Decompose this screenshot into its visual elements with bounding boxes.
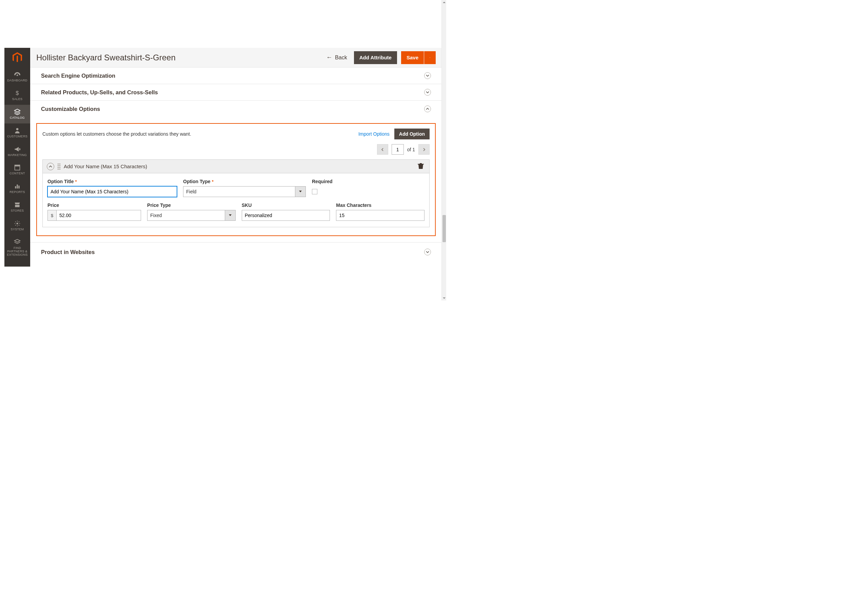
sku-label: SKU	[242, 203, 330, 208]
svg-text:$: $	[15, 90, 19, 96]
body-area: Search Engine Optimization Related Produ…	[30, 67, 442, 261]
option-type-select[interactable]: Field	[183, 186, 306, 197]
section-seo[interactable]: Search Engine Optimization	[30, 67, 442, 84]
sidebar-label: MARKETING	[8, 154, 27, 157]
section-websites[interactable]: Product in Websites	[30, 242, 442, 261]
svg-point-1	[16, 128, 19, 130]
section-customizable[interactable]: Customizable Options	[30, 101, 442, 117]
svg-rect-5	[17, 185, 18, 189]
scroll-thumb[interactable]	[443, 215, 446, 242]
section-title: Customizable Options	[41, 106, 424, 112]
max-chars-input[interactable]	[336, 210, 425, 221]
option-collapse-toggle[interactable]	[47, 163, 54, 170]
custom-option-body: Option Title* Option Type* Fiel	[43, 173, 429, 227]
pager-prev-button[interactable]	[377, 144, 388, 155]
sidebar-item-marketing[interactable]: MARKETING	[5, 142, 30, 161]
expand-icon	[424, 89, 431, 96]
sidebar-label: DASHBOARD	[7, 79, 27, 82]
custom-options-toolbar: Custom options let customers choose the …	[43, 128, 429, 139]
price-type-select[interactable]: Fixed	[147, 210, 236, 221]
expand-icon	[424, 249, 431, 255]
option-title-field: Option Title*	[47, 179, 177, 197]
svg-point-7	[17, 223, 18, 224]
required-star: *	[75, 179, 77, 184]
page-header: Hollister Backyard Sweatshirt-S-Green ← …	[30, 48, 442, 67]
sidebar-item-content[interactable]: CONTENT	[5, 160, 30, 179]
options-pager: of 1	[43, 144, 429, 155]
custom-option-header: Add Your Name (Max 15 Characters)	[43, 160, 429, 173]
admin-sidebar: DASHBOARD $ SALES CATALOG CUSTOMERS MARK…	[5, 48, 30, 267]
main-content: Hollister Backyard Sweatshirt-S-Green ← …	[30, 48, 442, 267]
svg-rect-4	[15, 186, 16, 189]
add-attribute-button[interactable]: Add Attribute	[354, 51, 397, 64]
viewport: DASHBOARD $ SALES CATALOG CUSTOMERS MARK…	[0, 0, 446, 300]
sidebar-item-reports[interactable]: REPORTS	[5, 179, 30, 198]
sidebar-label: CUSTOMERS	[7, 135, 27, 138]
sku-field: SKU	[242, 203, 330, 221]
option-type-value: Field	[183, 186, 295, 197]
caret-down-icon	[225, 210, 236, 221]
price-type-field: Price Type Fixed	[147, 203, 236, 221]
sidebar-label: SALES	[12, 98, 23, 101]
option-header-title: Add Your Name (Max 15 Characters)	[64, 163, 414, 169]
sidebar-item-dashboard[interactable]: DASHBOARD	[5, 67, 30, 86]
collapse-icon	[424, 105, 431, 112]
header-actions: ← Back Add Attribute Save	[326, 51, 436, 64]
svg-rect-3	[15, 165, 20, 166]
magento-logo[interactable]	[5, 48, 30, 67]
max-chars-field: Max Characters	[336, 203, 425, 221]
scroll-down-button[interactable]	[442, 296, 446, 300]
price-type-label: Price Type	[147, 203, 236, 208]
sidebar-item-partners[interactable]: FIND PARTNERS & EXTENSIONS	[5, 235, 30, 261]
price-type-value: Fixed	[147, 210, 225, 221]
sidebar-item-catalog[interactable]: CATALOG	[5, 105, 30, 124]
sidebar-label: CATALOG	[10, 116, 25, 120]
max-chars-label: Max Characters	[336, 203, 425, 208]
price-label: Price	[47, 203, 141, 208]
reports-icon	[14, 183, 21, 189]
currency-symbol: $	[47, 210, 56, 221]
system-icon	[14, 220, 21, 227]
back-arrow-icon: ←	[326, 54, 332, 61]
required-checkbox[interactable]	[312, 189, 317, 194]
save-dropdown-button[interactable]	[424, 51, 436, 64]
scroll-up-button[interactable]	[442, 0, 446, 5]
add-option-button[interactable]: Add Option	[394, 128, 429, 139]
expand-icon	[424, 72, 431, 79]
required-label: Required	[312, 179, 333, 184]
delete-option-button[interactable]	[418, 162, 424, 170]
option-row-1: Option Title* Option Type* Fiel	[47, 179, 425, 197]
option-row-2: Price $ Price Type Fixed	[47, 203, 425, 221]
drag-handle-icon[interactable]	[58, 163, 60, 169]
required-field: Required	[312, 179, 333, 197]
required-star: *	[212, 179, 213, 184]
option-title-input[interactable]	[47, 186, 177, 197]
pager-next-button[interactable]	[419, 144, 429, 155]
caret-down-icon	[429, 56, 430, 59]
back-label: Back	[335, 55, 347, 61]
sku-input[interactable]	[242, 210, 330, 221]
sidebar-label: REPORTS	[9, 191, 25, 194]
price-input[interactable]	[56, 210, 141, 221]
option-title-label: Option Title*	[47, 179, 177, 184]
sidebar-item-stores[interactable]: STORES	[5, 198, 30, 217]
sidebar-item-customers[interactable]: CUSTOMERS	[5, 124, 30, 142]
custom-options-description: Custom options let customers choose the …	[43, 131, 358, 137]
sidebar-item-system[interactable]: SYSTEM	[5, 217, 30, 235]
back-button[interactable]: ← Back	[326, 54, 347, 61]
sidebar-label: FIND PARTNERS & EXTENSIONS	[5, 247, 29, 257]
import-options-link[interactable]: Import Options	[358, 131, 390, 137]
save-button[interactable]: Save	[401, 51, 424, 64]
sidebar-item-sales[interactable]: $ SALES	[5, 86, 30, 105]
page-title: Hollister Backyard Sweatshirt-S-Green	[36, 53, 326, 63]
section-related[interactable]: Related Products, Up-Sells, and Cross-Se…	[30, 84, 442, 101]
sidebar-label: SYSTEM	[11, 228, 24, 231]
pager-current-input[interactable]	[391, 144, 404, 155]
price-input-wrap: $	[47, 210, 141, 221]
dashboard-icon	[14, 71, 21, 78]
partners-icon	[14, 239, 21, 246]
svg-rect-6	[18, 186, 19, 189]
customizable-options-panel: Custom options let customers choose the …	[36, 123, 436, 236]
browser-scrollbar[interactable]	[442, 0, 446, 300]
section-title: Search Engine Optimization	[41, 73, 424, 79]
